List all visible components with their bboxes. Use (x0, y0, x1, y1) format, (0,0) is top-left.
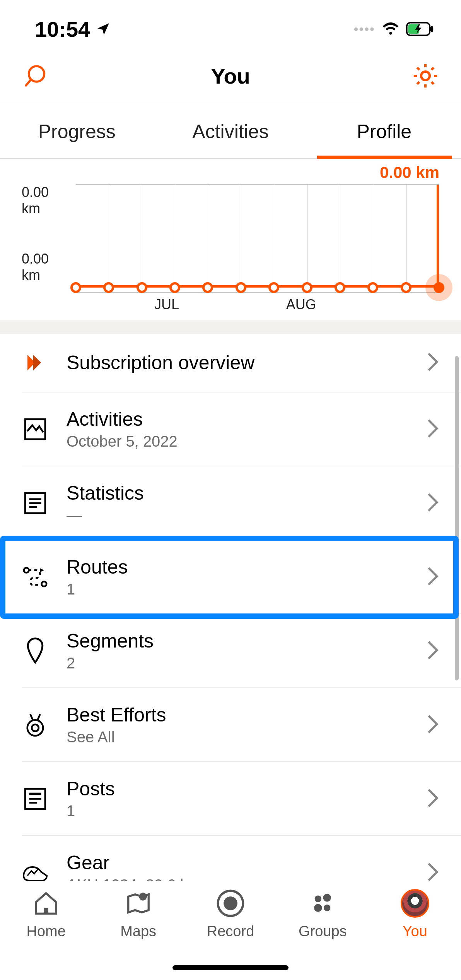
chart-point[interactable] (236, 282, 246, 293)
menu-row-best-efforts[interactable]: Best EffortsSee All (22, 688, 461, 762)
row-body: Statistics— (67, 482, 408, 524)
nav-maps[interactable]: Maps (92, 888, 184, 980)
chart-point[interactable] (335, 282, 345, 293)
svg-point-21 (27, 720, 43, 736)
nav-you[interactable]: You (369, 888, 461, 980)
settings-icon[interactable] (411, 62, 439, 90)
row-subtitle: — (67, 507, 408, 524)
chevron-right-icon (426, 351, 439, 374)
nav-home[interactable]: Home (0, 888, 92, 980)
y-label-bottom: 0.00 km (22, 251, 71, 283)
nav-label: You (403, 923, 427, 940)
chevron-right-icon (426, 714, 439, 736)
chart-point[interactable] (302, 282, 312, 293)
scrollbar[interactable] (455, 356, 459, 680)
segments-icon (22, 637, 49, 665)
row-subtitle: 1 (67, 581, 408, 598)
menu-row-routes[interactable]: Routes1 (22, 540, 461, 614)
chart-x-axis: JULAUG (76, 296, 439, 312)
section-divider (0, 320, 461, 334)
chart-y-axis: 0.00 km 0.00 km (22, 184, 76, 283)
chart-plot-area[interactable] (76, 184, 439, 293)
statistics-icon (22, 490, 49, 517)
row-body: Posts1 (67, 778, 408, 820)
menu-row-subscription-overview[interactable]: Subscription overview (22, 334, 461, 392)
tab-activities[interactable]: Activities (154, 104, 307, 158)
row-title: Posts (67, 778, 408, 800)
status-bar: 10:54 •••• (0, 0, 461, 50)
page-title: You (50, 63, 411, 89)
menu-row-segments[interactable]: Segments2 (22, 614, 461, 688)
svg-point-34 (324, 905, 331, 911)
battery-charging-icon (406, 22, 434, 36)
search-icon[interactable] (22, 62, 50, 90)
row-body: Best EffortsSee All (67, 704, 408, 746)
home-icon (31, 888, 61, 918)
row-title: Gear (67, 852, 408, 874)
location-icon (96, 21, 111, 37)
svg-point-20 (42, 581, 47, 586)
chart-point[interactable] (401, 282, 411, 293)
status-time-group: 10:54 (35, 17, 111, 42)
groups-icon (307, 888, 338, 918)
chart-point[interactable] (137, 282, 147, 293)
cell-signal-icon: •••• (353, 22, 375, 37)
menu-row-statistics[interactable]: Statistics— (22, 466, 461, 540)
chevron-right-icon (426, 788, 439, 810)
best-efforts-icon (22, 711, 49, 738)
wifi-icon (382, 22, 399, 36)
activities-icon (22, 416, 49, 443)
svg-point-33 (314, 904, 322, 911)
chevron-right-icon (426, 566, 439, 588)
row-title: Segments (67, 630, 408, 652)
menu-row-posts[interactable]: Posts1 (22, 762, 461, 836)
bottom-nav: Home Maps Record Groups You (0, 881, 461, 980)
you-avatar-icon (400, 888, 430, 918)
chart-current-value: 0.00 km (22, 163, 439, 182)
home-indicator[interactable] (172, 965, 289, 970)
chevron-right-icon (426, 492, 439, 514)
status-time: 10:54 (35, 17, 90, 42)
chart-point[interactable] (70, 282, 81, 293)
row-body: Routes1 (67, 556, 408, 598)
y-label-top: 0.00 km (22, 184, 71, 217)
svg-point-31 (315, 896, 322, 903)
maps-icon (123, 888, 154, 918)
profile-menu-list: Subscription overviewActivitiesOctober 5… (0, 334, 461, 909)
row-body: Segments2 (67, 630, 408, 672)
svg-line-12 (417, 82, 420, 84)
chevron-right-icon (426, 640, 439, 662)
chevron-right-icon (426, 862, 439, 884)
svg-point-32 (323, 894, 331, 901)
posts-icon (22, 785, 49, 812)
routes-icon (22, 564, 49, 591)
svg-rect-1 (430, 26, 433, 32)
svg-line-10 (417, 68, 420, 70)
nav-label: Groups (299, 923, 347, 940)
row-subtitle: 1 (67, 802, 408, 820)
chart-point[interactable] (169, 282, 180, 293)
row-title: Subscription overview (67, 351, 408, 374)
row-body: Subscription overview (67, 351, 408, 374)
chart-section: 0.00 km 0.00 km 0.00 km JULAUG (0, 159, 461, 320)
row-subtitle: 2 (67, 654, 408, 672)
chart-point[interactable] (202, 282, 213, 293)
row-body: ActivitiesOctober 5, 2022 (67, 408, 408, 450)
row-subtitle: October 5, 2022 (67, 433, 408, 450)
tab-indicator (317, 156, 452, 159)
svg-point-28 (139, 893, 147, 900)
chart-point[interactable] (367, 282, 378, 293)
nav-label: Home (27, 923, 66, 940)
menu-row-activities[interactable]: ActivitiesOctober 5, 2022 (22, 392, 461, 466)
svg-point-22 (32, 724, 39, 731)
chart-point[interactable] (434, 282, 444, 293)
chart-point[interactable] (268, 282, 279, 293)
row-title: Best Efforts (67, 704, 408, 726)
nav-label: Maps (120, 923, 156, 940)
nav-groups[interactable]: Groups (277, 888, 369, 980)
tab-profile[interactable]: Profile (307, 104, 461, 158)
row-title: Activities (67, 408, 408, 430)
chart-point[interactable] (103, 282, 114, 293)
svg-line-11 (432, 82, 434, 84)
tab-progress[interactable]: Progress (0, 104, 154, 158)
